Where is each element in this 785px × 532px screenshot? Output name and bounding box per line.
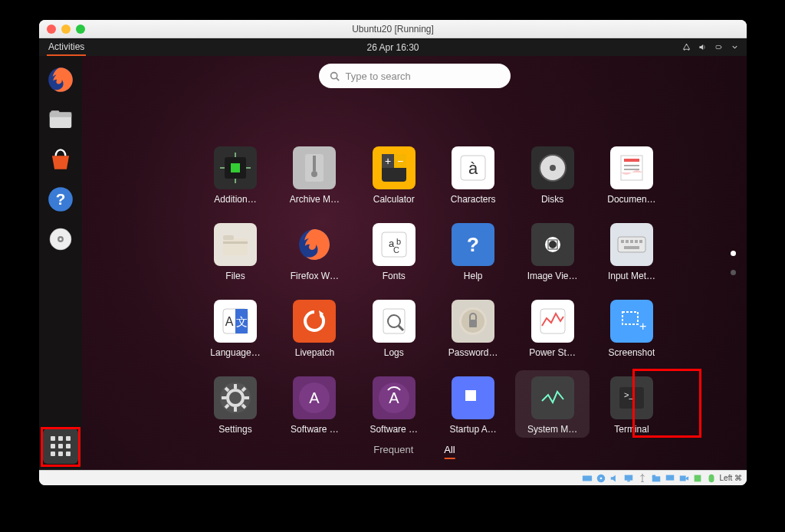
vb-display-icon[interactable] — [665, 473, 675, 484]
vb-recording-icon[interactable] — [678, 473, 689, 484]
search-bar[interactable]: Type to search — [319, 64, 511, 88]
vb-optical-icon[interactable] — [596, 473, 606, 484]
svg-line-82 — [242, 405, 245, 408]
network-icon — [682, 43, 691, 51]
dock: ? — [39, 56, 82, 470]
fonts-icon: abC — [373, 223, 415, 266]
app-livepatch[interactable]: Livepatch — [276, 294, 353, 370]
app-firefox[interactable]: Firefox W… — [276, 217, 353, 294]
app-files[interactable]: Files — [197, 217, 274, 294]
svg-rect-4 — [721, 47, 721, 48]
app-logs[interactable]: Logs — [356, 294, 432, 370]
app-label: System M… — [527, 424, 577, 435]
app-settings[interactable]: Settings — [197, 370, 274, 447]
svg-rect-39 — [223, 238, 248, 255]
vb-audio-icon[interactable] — [609, 473, 620, 484]
app-label: Password… — [448, 347, 498, 358]
app-calculator[interactable]: +−Calculator — [356, 140, 432, 217]
svg-point-96 — [599, 477, 602, 479]
svg-text:A: A — [310, 389, 320, 406]
host-key-indicator: Left ⌘ — [720, 474, 742, 482]
vm-window: Ubuntu20 [Running] Activities 26 Apr 16:… — [39, 20, 747, 485]
app-label: Characters — [451, 194, 496, 205]
view-tabs: Frequent All — [373, 444, 455, 459]
vb-mouse-icon[interactable] — [706, 473, 717, 484]
page-dot-1[interactable] — [731, 251, 736, 256]
search-placeholder: Type to search — [346, 71, 411, 82]
svg-line-81 — [225, 388, 228, 391]
app-system-monitor[interactable]: System M… — [514, 370, 591, 447]
page-dot-2[interactable] — [731, 270, 736, 275]
app-label: Archive M… — [290, 194, 340, 205]
vb-usb-icon[interactable] — [637, 473, 648, 484]
svg-rect-36 — [624, 159, 639, 162]
svg-rect-58 — [639, 240, 642, 243]
gnome-topbar: Activities 26 Apr 16:30 — [39, 38, 747, 56]
system-status-area[interactable] — [682, 43, 739, 51]
dock-item-files[interactable] — [43, 102, 78, 137]
vb-shared-folders-icon[interactable] — [651, 473, 662, 484]
app-power-stats[interactable]: Power St… — [514, 294, 591, 370]
close-window-button[interactable] — [47, 25, 56, 34]
app-fonts[interactable]: abCFonts — [356, 217, 432, 294]
app-image-viewer[interactable]: Image Vie… — [514, 217, 591, 294]
app-passwords[interactable]: Password… — [435, 294, 511, 370]
minimize-window-button[interactable] — [61, 25, 71, 34]
app-language-support[interactable]: A文Language… — [197, 294, 274, 370]
dock-item-firefox[interactable] — [43, 62, 78, 97]
svg-rect-38 — [624, 169, 639, 170]
svg-rect-94 — [582, 475, 591, 481]
clock[interactable]: 26 Apr 16:30 — [366, 42, 419, 53]
app-software-updater[interactable]: ASoftware … — [356, 370, 432, 447]
app-document-viewer[interactable]: Documen… — [593, 140, 670, 217]
svg-point-24 — [311, 171, 317, 177]
app-label: Addition… — [214, 194, 256, 205]
page-indicator[interactable] — [731, 251, 736, 275]
mac-titlebar: Ubuntu20 [Running] — [39, 20, 747, 38]
app-additional-drivers[interactable]: Addition… — [197, 140, 274, 217]
vb-cpu-icon[interactable] — [692, 473, 703, 484]
settings-icon — [214, 376, 257, 419]
svg-point-2 — [688, 49, 689, 51]
application-grid: Addition…Archive M…+−CalculatoràCharacte… — [197, 140, 670, 447]
app-archive-manager[interactable]: Archive M… — [276, 140, 353, 217]
app-label: Calculator — [373, 194, 415, 205]
app-disks[interactable]: Disks — [514, 140, 591, 217]
svg-rect-100 — [652, 475, 655, 477]
svg-point-14 — [59, 238, 61, 240]
desktop: ? Type to search Addition…Archive M…+−Ca… — [39, 56, 747, 470]
svg-rect-56 — [630, 240, 633, 243]
app-label: Settings — [218, 424, 251, 435]
app-label: Language… — [210, 347, 260, 358]
app-input-method[interactable]: Input Met… — [593, 217, 670, 294]
svg-rect-40 — [223, 235, 234, 240]
app-label: Startup A… — [449, 424, 496, 435]
svg-point-0 — [684, 49, 685, 51]
annotation-highlight-terminal — [632, 369, 701, 438]
svg-rect-98 — [627, 480, 630, 481]
svg-rect-59 — [624, 246, 639, 249]
app-screenshot[interactable]: +Screenshot — [593, 294, 670, 370]
characters-icon: à — [452, 146, 494, 189]
passwords-icon — [452, 300, 494, 343]
svg-text:A: A — [225, 315, 234, 328]
search-icon — [330, 71, 340, 81]
tab-all[interactable]: All — [444, 444, 455, 459]
app-startup-apps[interactable]: Startup A… — [435, 370, 511, 447]
screenshot-icon: + — [610, 300, 653, 343]
dock-item-disc[interactable] — [43, 222, 78, 257]
app-label: Logs — [384, 347, 404, 358]
app-characters[interactable]: àCharacters — [435, 140, 511, 217]
vb-network-icon[interactable] — [623, 473, 634, 484]
overview: Type to search Addition…Archive M…+−Calc… — [82, 56, 747, 470]
tab-frequent[interactable]: Frequent — [373, 444, 413, 459]
svg-rect-102 — [679, 475, 685, 481]
zoom-window-button[interactable] — [76, 25, 85, 34]
app-help[interactable]: ?Help — [435, 217, 511, 294]
app-software-updates[interactable]: ASoftware … — [276, 370, 353, 447]
dock-item-help[interactable]: ? — [43, 182, 78, 217]
dock-item-software[interactable] — [43, 142, 78, 177]
activities-button[interactable]: Activities — [47, 39, 86, 56]
vb-hdd-icon[interactable] — [582, 473, 593, 484]
additional-drivers-icon — [214, 146, 257, 189]
